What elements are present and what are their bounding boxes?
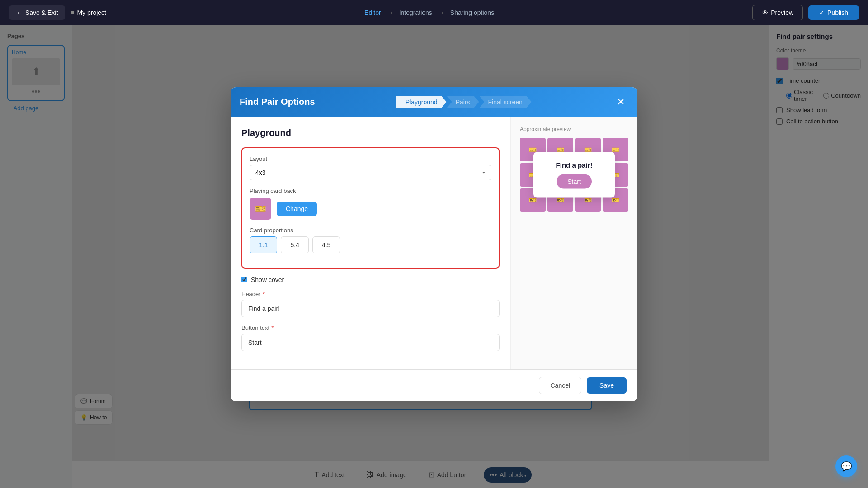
header-form-group: Header *: [241, 291, 500, 317]
nav-left: ← Save & Exit My project: [9, 5, 106, 20]
nav-arrow-2: →: [438, 9, 445, 17]
chat-icon: 💬: [841, 461, 852, 472]
header-label: Header *: [241, 291, 500, 297]
show-cover-row: Show cover: [241, 276, 500, 283]
button-text-required: *: [271, 324, 274, 331]
proportion-5-4[interactable]: 5:4: [281, 236, 308, 253]
button-text-label: Button text *: [241, 324, 500, 331]
editor-link[interactable]: Editor: [364, 9, 381, 16]
step-playground[interactable]: Playground: [396, 96, 447, 108]
eye-icon: 👁: [762, 9, 768, 16]
nav-right: 👁 Preview ✓ Publish: [752, 5, 859, 20]
project-name: My project: [71, 9, 106, 16]
show-cover-checkbox[interactable]: [241, 277, 247, 282]
header-required: *: [263, 291, 265, 297]
card-proportions-options: 1:1 5:4 4:5: [250, 236, 491, 253]
modal-steps: Playground Pairs Final screen: [396, 96, 532, 108]
preview-button[interactable]: 👁 Preview: [752, 5, 803, 20]
playing-card-section: Playing card back 🎫 Change: [250, 188, 491, 220]
layout-select[interactable]: 4x3 3x4 2x6: [250, 165, 491, 180]
button-text-form-group: Button text *: [241, 324, 500, 351]
check-icon: ✓: [819, 9, 825, 16]
modal-overlay: Find Pair Options Playground Pairs Final…: [0, 0, 868, 488]
sharing-options-link[interactable]: Sharing options: [450, 9, 494, 16]
modal-title: Find Pair Options: [240, 97, 315, 107]
publish-button[interactable]: ✓ Publish: [808, 5, 859, 20]
preview-start-button[interactable]: Start: [557, 174, 592, 188]
step-pairs[interactable]: Pairs: [447, 96, 479, 108]
modal-footer: Cancel Save: [231, 369, 637, 401]
modal-close-button[interactable]: ✕: [613, 94, 628, 110]
playing-card-back-label: Playing card back: [250, 188, 491, 194]
playing-card-row: 🎫 Change: [250, 198, 491, 220]
step-final-screen[interactable]: Final screen: [479, 96, 532, 108]
preview-overlay: Find a pair! Start: [533, 152, 615, 197]
modal-left-panel: Playground Layout 4x3 3x4 2x6 Playing ca…: [231, 117, 511, 369]
card-proportions-group: Card proportions 1:1 5:4 4:5: [250, 227, 491, 253]
chat-support-button[interactable]: 💬: [835, 455, 857, 477]
header-input[interactable]: [241, 300, 500, 317]
preview-container: 🎫 🎫 🎫 🎫 🎫 🎫 🎫 🎫 🎫 🎫 🎫 🎫: [520, 138, 628, 212]
playing-card-thumbnail: 🎫: [250, 198, 271, 220]
layout-form-group: Layout 4x3 3x4 2x6: [250, 155, 491, 180]
playground-section-title: Playground: [241, 128, 500, 138]
integrations-link[interactable]: Integrations: [399, 9, 432, 16]
layout-section: Layout 4x3 3x4 2x6 Playing card back 🎫 C…: [241, 147, 500, 269]
show-cover-label: Show cover: [251, 276, 284, 283]
proportion-1-1[interactable]: 1:1: [250, 236, 277, 253]
save-exit-button[interactable]: ← Save & Exit: [9, 5, 65, 20]
change-card-button[interactable]: Change: [277, 202, 317, 216]
modal-body: Playground Layout 4x3 3x4 2x6 Playing ca…: [231, 117, 637, 369]
card-proportions-label: Card proportions: [250, 227, 491, 234]
arrow-left-icon: ←: [16, 9, 23, 16]
nav-arrow-1: →: [387, 9, 394, 17]
nav-center: Editor → Integrations → Sharing options: [364, 9, 494, 17]
proportion-4-5[interactable]: 4:5: [312, 236, 340, 253]
modal-right-panel: Approximate preview 🎫 🎫 🎫 🎫 🎫 🎫 🎫 🎫 🎫 🎫: [511, 117, 637, 369]
preview-label: Approximate preview: [520, 126, 628, 132]
preview-overlay-title: Find a pair!: [546, 161, 602, 169]
modal-header: Find Pair Options Playground Pairs Final…: [231, 87, 637, 117]
top-navigation: ← Save & Exit My project Editor → Integr…: [0, 0, 868, 25]
save-button[interactable]: Save: [587, 377, 627, 394]
layout-label: Layout: [250, 155, 491, 162]
find-pair-options-modal: Find Pair Options Playground Pairs Final…: [231, 87, 637, 401]
cancel-button[interactable]: Cancel: [539, 377, 581, 394]
unsaved-indicator: [71, 11, 74, 14]
button-text-input[interactable]: [241, 334, 500, 351]
